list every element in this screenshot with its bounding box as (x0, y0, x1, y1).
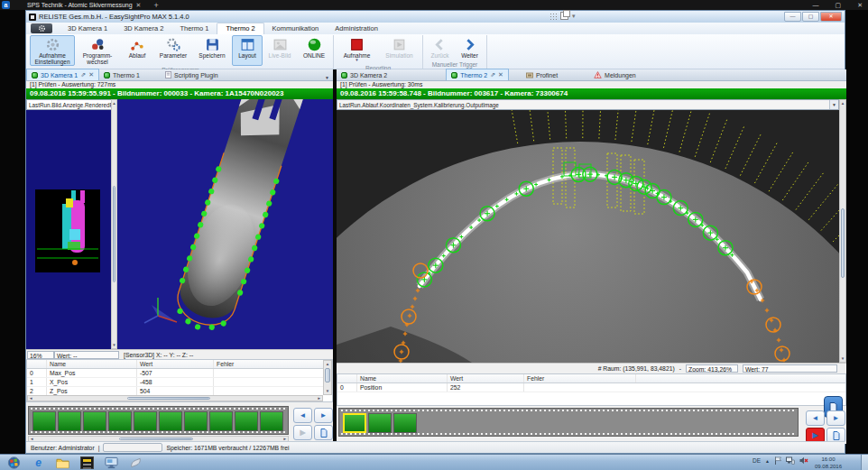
doc-tab-profinet[interactable]: Profinet (522, 69, 562, 80)
display-settings-icon[interactable] (105, 456, 118, 469)
doc-tab-thermo-2[interactable]: Thermo 2 ⇗ ✕ (446, 69, 509, 80)
doc-tab-3d-kamera-2[interactable]: 3D Kamera 2 (337, 69, 392, 80)
image-vscrollbar[interactable]: ▲ ▼ (839, 99, 846, 363)
film-thumbnail[interactable] (58, 411, 81, 431)
close-tab-icon[interactable]: ✕ (498, 71, 503, 78)
film-play-button[interactable]: ▶ (293, 425, 312, 440)
aufnahme-record-button[interactable]: Aufnahme ▼ (336, 35, 378, 64)
doc-tab-thermo-1[interactable]: Thermo 1 (99, 69, 144, 80)
start-button[interactable] (7, 456, 21, 469)
ablauf-button[interactable]: Ablauf (120, 35, 154, 66)
online-status-button[interactable]: ONLINE (297, 35, 331, 66)
scroll-left-icon[interactable]: ◄ (29, 396, 32, 401)
film-prev-button[interactable]: ◄ (293, 408, 312, 423)
app-close-button[interactable]: ✕ (820, 12, 842, 22)
layout-grid-icon[interactable] (549, 13, 557, 20)
table-vscrollbar[interactable]: ▲ ▼ (323, 360, 332, 395)
scroll-down-icon[interactable]: ▼ (112, 343, 116, 347)
film-thumbnail[interactable] (393, 413, 417, 433)
close-tab-icon[interactable]: ✕ (88, 71, 94, 78)
film-thumbnail[interactable] (108, 411, 132, 431)
scroll-up-icon[interactable]: ▲ (112, 101, 116, 106)
right-source-dropdown[interactable]: LastRun.Ablauf.Koordinaten_System.Kalibr… (337, 99, 839, 110)
scroll-right-icon[interactable]: ► (318, 396, 321, 401)
show-desktop-button[interactable] (861, 455, 868, 470)
parameter-button[interactable]: Parameter (154, 35, 192, 66)
film-thumbnail-selected[interactable] (343, 413, 366, 433)
zurueck-button[interactable]: Zurück (425, 35, 455, 60)
right-filmstrip[interactable] (338, 408, 799, 437)
doc-tab-3d-kamera-1[interactable]: 3D Kamera 1 ⇗ ✕ (26, 69, 99, 80)
tab-administration[interactable]: Administration (327, 23, 386, 34)
left-thumbnail-panel[interactable] (26, 110, 111, 349)
left-source-dropdown[interactable]: LastRun.Bild.Anzeige.RenderedRecor ▼ (26, 99, 117, 110)
film-thumbnail[interactable] (134, 411, 157, 431)
table-row[interactable]: 0Position252 (337, 383, 845, 392)
left-filmstrip[interactable] (28, 406, 289, 435)
aufnahme-einstellungen-button[interactable]: Aufnahme Einstellungen (30, 35, 75, 66)
browser-tab[interactable]: SPS Technik - Atomic Skivermessung ✕ + (27, 0, 159, 10)
weiter-button[interactable]: Weiter (455, 35, 485, 60)
app-shortcut-icon[interactable] (129, 456, 143, 469)
table-hscrollbar[interactable]: ◄ ► (27, 395, 323, 401)
left-results-table[interactable]: Name Wert Fehler 0Max_Pos-507 1X_Pos-458… (26, 359, 333, 402)
programmwechsel-button[interactable]: Programm- wechsel (75, 35, 120, 66)
film-thumbnail[interactable] (184, 411, 208, 431)
tab-3d-kamera-2[interactable]: 3D Kamera 2 (115, 23, 171, 34)
film-thumbnail[interactable] (368, 413, 392, 433)
tab-thermo-1[interactable]: Thermo 1 (171, 23, 217, 34)
browser-maximize-icon[interactable]: ▢ (836, 2, 842, 9)
scroll-down-icon[interactable]: ▼ (840, 356, 845, 361)
film-thumbnail[interactable] (159, 411, 182, 431)
table-row[interactable]: 1X_Pos-458 (27, 378, 323, 387)
film-next-button[interactable]: ► (314, 408, 333, 423)
tab-close-icon[interactable]: ✕ (136, 2, 142, 9)
network-icon[interactable] (786, 456, 795, 465)
scroll-down-icon[interactable]: ▼ (324, 389, 331, 393)
film-copy-button[interactable] (314, 425, 333, 440)
doc-tab-meldungen[interactable]: Meldungen (589, 69, 641, 80)
browser-close-icon[interactable]: ✕ (857, 2, 863, 9)
scrollbar-thumb[interactable] (113, 186, 115, 282)
new-tab-icon[interactable]: + (153, 1, 158, 10)
tab-kommunikation[interactable]: Kommunikation (264, 23, 328, 34)
action-center-flag-icon[interactable] (774, 456, 781, 465)
language-indicator[interactable]: DE (753, 457, 761, 464)
volume-muted-icon[interactable] (799, 456, 808, 465)
scroll-up-icon[interactable]: ▲ (840, 101, 845, 106)
tray-expand-icon[interactable]: ▲ (765, 458, 770, 464)
tab-3d-kamera-1[interactable]: 3D Kamera 1 (60, 23, 115, 34)
browser-minimize-icon[interactable]: — (813, 2, 819, 8)
film-prev-button[interactable]: ◄ (806, 410, 825, 426)
table-row[interactable]: 0Max_Pos-507 (27, 369, 323, 378)
live-bild-button[interactable]: Live-Bild (263, 35, 297, 66)
right-results-table[interactable]: Name Wert Fehler 0Position252 (337, 373, 846, 406)
doc-tab-scripting-plugin[interactable]: Scripting Plugin (161, 69, 223, 80)
simulation-button[interactable]: Simulation (378, 35, 420, 64)
taskbar-clock[interactable]: 16:00 09.08.2016 (810, 456, 846, 470)
calibration-image-view[interactable] (337, 110, 839, 363)
menu-gear-button[interactable] (31, 23, 52, 33)
reliste-app-icon[interactable] (80, 456, 94, 469)
app-minimize-button[interactable]: — (784, 12, 801, 22)
film-thumbnail[interactable] (83, 411, 106, 431)
film-thumbnail[interactable] (209, 411, 233, 431)
explorer-folder-icon[interactable] (56, 456, 69, 469)
internet-explorer-icon[interactable]: e (32, 456, 45, 469)
scroll-up-icon[interactable]: ▲ (324, 362, 331, 366)
left-panel-scrollbar[interactable]: ▲ ▼ (111, 99, 117, 349)
pointcloud-3d-view[interactable] (117, 99, 333, 349)
film-thumbnail[interactable] (260, 411, 283, 431)
table-row[interactable]: 2Z_Pos504 (27, 387, 323, 395)
tab-thermo-2[interactable]: Thermo 2 (217, 23, 263, 34)
layout-chevron-icon[interactable]: ▾ (572, 13, 576, 20)
layout-button[interactable]: Layout (232, 35, 263, 66)
film-thumbnail[interactable] (32, 411, 56, 431)
layout-restore-icon[interactable] (560, 12, 568, 20)
pin-icon[interactable]: ⇗ (490, 71, 495, 78)
app-maximize-button[interactable]: ▢ (802, 12, 819, 22)
speichern-button[interactable]: Speichern (192, 35, 232, 66)
film-next-button[interactable]: ► (826, 410, 845, 426)
film-thumbnail[interactable] (235, 411, 258, 431)
pin-icon[interactable]: ⇗ (80, 71, 86, 78)
